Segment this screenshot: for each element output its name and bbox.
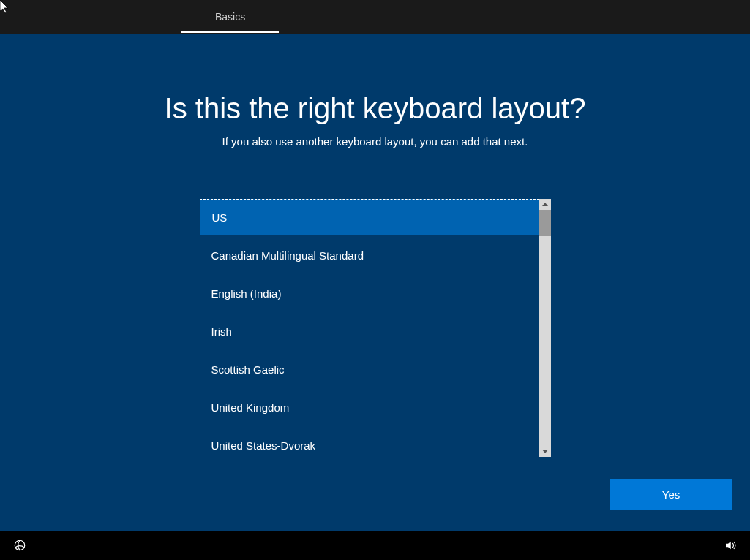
scroll-down-button[interactable] [539, 446, 551, 457]
scroll-track[interactable] [539, 210, 551, 446]
page-title: Is this the right keyboard layout? [165, 92, 586, 125]
list-item[interactable]: United Kingdom [200, 389, 539, 425]
list-item[interactable]: Irish [200, 313, 539, 349]
page-subtitle: If you also use another keyboard layout,… [222, 135, 528, 148]
bottom-bar [0, 531, 750, 560]
top-bar: Basics [0, 0, 750, 34]
scroll-thumb[interactable] [539, 210, 551, 236]
list-item[interactable]: English (India) [200, 275, 539, 311]
ease-of-access-icon[interactable] [13, 539, 26, 552]
svg-point-0 [15, 540, 25, 550]
list-item[interactable]: US [200, 199, 539, 235]
main-content: Is this the right keyboard layout? If yo… [0, 34, 750, 531]
volume-icon[interactable] [724, 539, 737, 552]
yes-button[interactable]: Yes [610, 479, 732, 510]
list-item[interactable]: Canadian Multilingual Standard [200, 237, 539, 273]
scrollbar[interactable] [539, 199, 551, 457]
list-item[interactable]: Scottish Gaelic [200, 351, 539, 387]
scroll-up-button[interactable] [539, 199, 551, 210]
tab-basics[interactable]: Basics [181, 1, 279, 33]
keyboard-layout-list-wrapper: US Canadian Multilingual Standard Englis… [200, 199, 551, 457]
list-item[interactable]: United States-Dvorak [200, 427, 539, 457]
keyboard-layout-list[interactable]: US Canadian Multilingual Standard Englis… [200, 199, 539, 457]
